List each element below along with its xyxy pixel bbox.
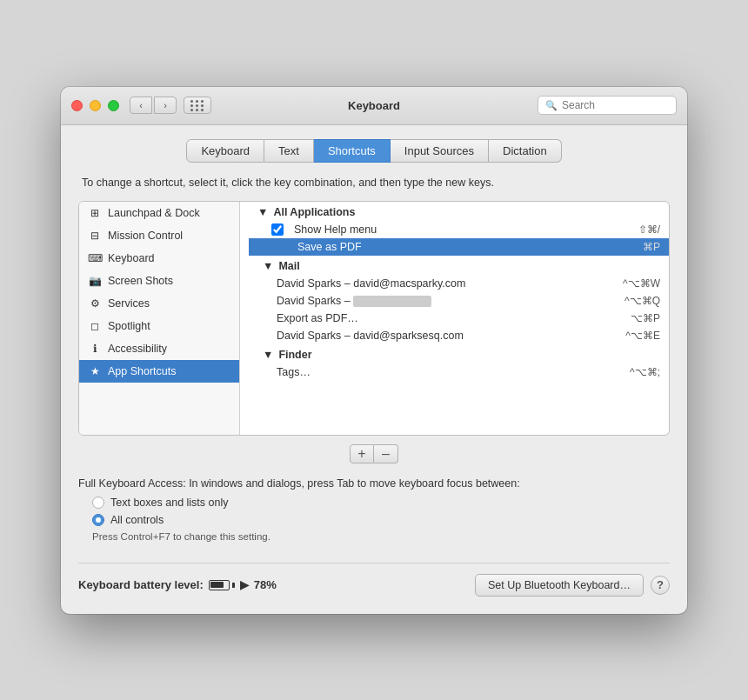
close-button[interactable]: [71, 100, 83, 111]
tab-keyboard[interactable]: Keyboard: [186, 139, 264, 163]
battery-icon: [209, 580, 235, 590]
show-help-checkbox[interactable]: [271, 223, 284, 236]
shortcut-show-help[interactable]: Show Help menu ⇧⌘/: [249, 221, 669, 238]
radio-group: Text boxes and lists only All controls: [92, 497, 670, 526]
battery-percent: 78%: [254, 578, 277, 591]
finder-header[interactable]: ▼ Finder: [249, 344, 669, 363]
spotlight-icon: ◻: [88, 319, 102, 333]
sidebar-item-launchpad[interactable]: ⊞ Launchpad & Dock: [79, 202, 239, 224]
window-title: Keyboard: [348, 99, 400, 112]
grid-button[interactable]: [184, 97, 211, 114]
all-applications-triangle: ▼: [257, 206, 268, 218]
sidebar-item-spotlight[interactable]: ◻ Spotlight: [79, 315, 239, 337]
footer-right: Set Up Bluetooth Keyboard… ?: [475, 574, 670, 597]
mission-control-icon: ⊟: [88, 229, 102, 243]
shortcut-sparks-3[interactable]: David Sparks – david@sparksesq.com ^⌥⌘E: [249, 327, 669, 344]
keyboard-access: Full Keyboard Access: In windows and dia…: [78, 477, 670, 542]
forward-button[interactable]: ›: [154, 97, 177, 114]
keyboard-access-label: Full Keyboard Access: In windows and dia…: [78, 477, 670, 490]
sidebar-item-app-shortcuts[interactable]: ★ App Shortcuts: [79, 360, 239, 383]
launchpad-icon: ⊞: [88, 206, 102, 220]
battery-fill: [210, 582, 223, 588]
all-applications-header[interactable]: ▼ All Applications: [249, 202, 669, 221]
sidebar-item-mission-control[interactable]: ⊟ Mission Control: [79, 224, 239, 247]
radio-all-controls[interactable]: All controls: [92, 514, 670, 526]
tab-input-sources[interactable]: Input Sources: [391, 139, 489, 163]
ctrl-hint: Press Control+F7 to change this setting.: [92, 531, 670, 542]
tab-dictation[interactable]: Dictation: [489, 139, 562, 163]
screenshots-icon: 📷: [88, 274, 102, 288]
shortcuts-panel: ▼ All Applications Show Help menu ⇧⌘/ Sa…: [249, 202, 669, 435]
sidebar-item-screenshots[interactable]: 📷 Screen Shots: [79, 270, 239, 292]
shortcut-sparks-1[interactable]: David Sparks – david@macsparky.com ^⌥⌘W: [249, 275, 669, 292]
battery-body: [209, 580, 230, 590]
shortcut-save-pdf[interactable]: Save as PDF ⌘P: [249, 238, 669, 256]
mail-header[interactable]: ▼ Mail: [249, 256, 669, 275]
blurred-email: [353, 296, 431, 307]
tab-text[interactable]: Text: [264, 139, 314, 163]
battery-tip: [232, 583, 235, 588]
window: ‹ › Keyboard 🔍 Keyboard Text Shortcuts I…: [61, 87, 687, 614]
battery-arrow: ▶: [240, 578, 249, 591]
setup-bluetooth-button[interactable]: Set Up Bluetooth Keyboard…: [475, 574, 644, 597]
tab-shortcuts[interactable]: Shortcuts: [314, 139, 391, 163]
tabs: Keyboard Text Shortcuts Input Sources Di…: [78, 139, 670, 163]
keyboard-icon: ⌨: [88, 251, 102, 265]
search-icon: 🔍: [545, 100, 558, 111]
radio-text-boxes[interactable]: Text boxes and lists only: [92, 497, 670, 509]
footer: Keyboard battery level: ▶ 78% Set Up Blu…: [78, 563, 670, 597]
battery-info: Keyboard battery level: ▶ 78%: [78, 578, 277, 591]
maximize-button[interactable]: [108, 100, 119, 111]
nav-buttons: ‹ ›: [130, 97, 177, 114]
sidebar: ⊞ Launchpad & Dock ⊟ Mission Control ⌨ K…: [79, 202, 240, 435]
titlebar: ‹ › Keyboard 🔍: [61, 87, 687, 125]
sidebar-item-accessibility[interactable]: ℹ Accessibility: [79, 337, 239, 360]
battery-label: Keyboard battery level:: [78, 578, 204, 591]
search-box[interactable]: 🔍: [538, 96, 677, 115]
shortcut-export-pdf[interactable]: Export as PDF… ⌥⌘P: [249, 310, 669, 327]
shortcut-sparks-2[interactable]: David Sparks – ^⌥⌘Q: [249, 292, 669, 310]
finder-triangle: ▼: [263, 349, 273, 361]
mail-triangle: ▼: [263, 260, 273, 272]
app-shortcuts-icon: ★: [88, 364, 102, 378]
bottom-controls: + –: [78, 444, 670, 463]
help-button[interactable]: ?: [651, 576, 670, 595]
sidebar-item-services[interactable]: ⚙ Services: [79, 292, 239, 315]
radio-all-controls-btn[interactable]: [92, 514, 104, 526]
sidebar-item-keyboard[interactable]: ⌨ Keyboard: [79, 247, 239, 270]
accessibility-icon: ℹ: [88, 342, 102, 356]
services-icon: ⚙: [88, 297, 102, 310]
content: Keyboard Text Shortcuts Input Sources Di…: [61, 125, 687, 614]
instruction-text: To change a shortcut, select it, click t…: [78, 177, 670, 189]
traffic-lights: [71, 100, 119, 111]
minimize-button[interactable]: [90, 100, 101, 111]
radio-text-boxes-btn[interactable]: [92, 497, 104, 509]
shortcut-tags[interactable]: Tags… ^⌥⌘;: [249, 363, 669, 381]
back-button[interactable]: ‹: [130, 97, 152, 114]
remove-button[interactable]: –: [374, 444, 398, 463]
add-button[interactable]: +: [350, 444, 374, 463]
search-input[interactable]: [562, 99, 669, 111]
main-panel: ⊞ Launchpad & Dock ⊟ Mission Control ⌨ K…: [78, 201, 670, 436]
grid-icon: [190, 100, 204, 111]
